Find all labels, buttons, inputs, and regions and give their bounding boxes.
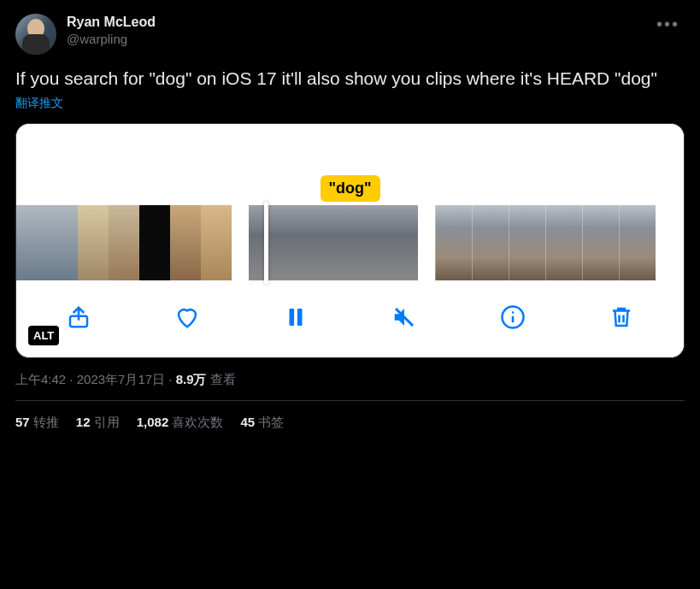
- video-frame: [139, 205, 170, 280]
- audio-match-marker: [354, 197, 366, 202]
- video-frame: [582, 205, 619, 280]
- tweet-meta: 上午4:42 · 2023年7月17日 · 8.9万 查看: [15, 372, 685, 388]
- retweets-stat[interactable]: 57 转推: [15, 415, 59, 431]
- video-timeline[interactable]: [16, 205, 684, 284]
- likes-stat[interactable]: 1,082 喜欢次数: [137, 415, 224, 431]
- media-card[interactable]: "dog": [15, 123, 685, 358]
- video-frame: [249, 205, 305, 280]
- video-frame: [545, 205, 582, 280]
- heart-icon[interactable]: [173, 303, 202, 332]
- tweet-time[interactable]: 上午4:42: [15, 372, 66, 386]
- pause-icon[interactable]: [281, 303, 310, 332]
- trash-icon[interactable]: [607, 303, 636, 332]
- media-header-area: "dog": [16, 124, 684, 205]
- more-icon[interactable]: •••: [651, 14, 685, 34]
- clip-group[interactable]: [435, 205, 656, 280]
- avatar[interactable]: [15, 14, 56, 55]
- search-highlight-badge: "dog": [320, 175, 379, 202]
- video-frame: [362, 205, 418, 280]
- video-frame: [201, 205, 232, 280]
- translate-link[interactable]: 翻译推文: [15, 96, 685, 111]
- tweet-container: Ryan McLeod @warpling ••• If you search …: [0, 0, 700, 445]
- video-frame: [47, 205, 78, 280]
- playhead[interactable]: [264, 202, 268, 284]
- tweet-text: If you search for "dog" on iOS 17 it'll …: [15, 67, 685, 91]
- user-names[interactable]: Ryan McLeod @warpling: [67, 14, 651, 48]
- clip-group[interactable]: [16, 205, 232, 280]
- video-frame: [78, 205, 109, 280]
- display-name: Ryan McLeod: [67, 14, 651, 31]
- tweet-date[interactable]: 2023年7月17日: [77, 372, 165, 386]
- tweet-stats: 57 转推 12 引用 1,082 喜欢次数 45 书签: [15, 401, 685, 431]
- video-frame: [619, 205, 656, 280]
- video-frame: [16, 205, 47, 280]
- views-label: 查看: [210, 372, 236, 386]
- views-count: 8.9万: [176, 372, 207, 386]
- video-frame: [509, 205, 545, 280]
- alt-badge[interactable]: ALT: [28, 326, 59, 345]
- video-frame: [170, 205, 201, 280]
- user-handle: @warpling: [67, 31, 651, 48]
- quotes-stat[interactable]: 12 引用: [76, 415, 120, 431]
- tweet-header: Ryan McLeod @warpling •••: [15, 14, 685, 55]
- svg-rect-1: [290, 309, 295, 326]
- bookmarks-stat[interactable]: 45 书签: [240, 415, 284, 431]
- media-toolbar: [16, 284, 684, 357]
- video-frame: [472, 205, 509, 280]
- svg-point-6: [511, 311, 514, 314]
- video-frame: [109, 205, 139, 280]
- info-icon[interactable]: [498, 303, 527, 332]
- video-frame: [435, 205, 472, 280]
- clip-group-active[interactable]: [249, 205, 418, 280]
- mute-icon[interactable]: [390, 303, 419, 332]
- share-icon[interactable]: [64, 303, 93, 332]
- svg-rect-2: [297, 309, 303, 326]
- video-frame: [305, 205, 362, 280]
